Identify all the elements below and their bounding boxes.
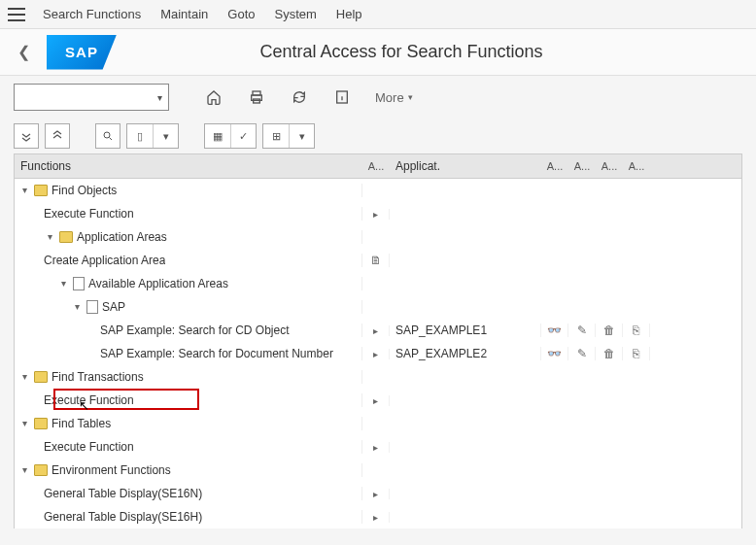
tree-row-sap[interactable]: ▾SAP <box>15 295 741 319</box>
edit-icon[interactable]: ✎ <box>568 347 596 360</box>
tree-row-sap-example-cd[interactable]: SAP Example: Search for CD Object SAP_EX… <box>15 319 741 342</box>
tree-label: Execute Function <box>44 207 134 221</box>
execute-icon[interactable] <box>362 395 390 406</box>
tree-label: Execute Function <box>44 440 134 454</box>
folder-icon <box>34 418 48 429</box>
tree-row-gen-table1[interactable]: General Table Display(SE16N) <box>15 482 741 505</box>
toggle-icon[interactable]: ▾ <box>44 231 55 243</box>
menubar: Search Functions Maintain Goto System He… <box>0 0 756 29</box>
menu-system[interactable]: System <box>275 7 317 21</box>
applicat-cell: SAP_EXAMPLE2 <box>390 347 541 360</box>
execute-icon[interactable] <box>362 209 390 220</box>
delete-icon[interactable]: 🗑 <box>596 324 623 337</box>
menu-search-functions[interactable]: Search Functions <box>43 7 141 21</box>
toggle-icon[interactable]: ▾ <box>18 464 30 476</box>
toggle-icon[interactable]: ▾ <box>57 278 69 290</box>
execute-icon[interactable] <box>362 349 390 359</box>
export-icon[interactable]: ⊞ <box>263 124 289 148</box>
export-dropdown[interactable]: ▾ <box>289 124 314 148</box>
toggle-icon[interactable]: ▾ <box>18 371 30 383</box>
tree-row-find-tables[interactable]: ▾Find Tables <box>15 412 741 435</box>
tree-row-create-app-area[interactable]: Create Application Area 🗎 <box>15 249 741 272</box>
layout-check[interactable]: ✓ <box>230 124 256 148</box>
info-icon[interactable] <box>330 85 354 109</box>
titlebar: ❮ SAP Central Access for Search Function… <box>0 29 756 76</box>
layout-button-group: ▦ ✓ <box>204 123 257 149</box>
doc-icon <box>73 277 85 290</box>
header-col5[interactable]: A... <box>623 160 650 172</box>
header-col3[interactable]: A... <box>568 160 596 172</box>
expand-all-button[interactable] <box>14 123 39 149</box>
tree-label: Environment Functions <box>52 463 171 477</box>
export-button-group: ⊞ ▾ <box>262 123 315 149</box>
copy-icon[interactable]: ⎘ <box>623 347 650 360</box>
hamburger-icon[interactable] <box>8 8 25 21</box>
svg-point-6 <box>104 132 110 138</box>
toggle-icon[interactable]: ▾ <box>71 301 83 313</box>
menu-help[interactable]: Help <box>336 7 362 21</box>
column-icon[interactable]: ▯ <box>127 124 153 148</box>
header-applicat[interactable]: Applicat. <box>390 159 541 173</box>
display-icon[interactable]: 👓 <box>541 324 568 337</box>
tree-label: SAP Example: Search for CD Object <box>100 324 290 337</box>
header-col1[interactable]: A... <box>362 160 390 172</box>
toggle-icon[interactable]: ▾ <box>18 418 30 429</box>
folder-icon <box>34 371 48 383</box>
layout-icon[interactable]: ▦ <box>205 124 230 148</box>
table-header: Functions A... Applicat. A... A... A... … <box>14 153 742 179</box>
tree-row-exec-fn[interactable]: Execute Function <box>15 202 741 225</box>
header-col4[interactable]: A... <box>596 160 623 172</box>
applicat-cell: SAP_EXAMPLE1 <box>390 324 541 337</box>
svg-line-7 <box>110 138 113 141</box>
tree-label: Create Application Area <box>44 254 165 267</box>
tree-row-exec-fn-highlighted[interactable]: ↖ Execute Function <box>15 389 741 412</box>
menu-maintain[interactable]: Maintain <box>160 7 208 21</box>
collapse-all-button[interactable] <box>45 123 70 149</box>
tree-label: Available Application Areas <box>88 277 228 290</box>
toggle-icon[interactable]: ▾ <box>18 185 30 196</box>
tree-row-find-transactions[interactable]: ▾Find Transactions <box>15 365 741 389</box>
folder-icon <box>59 231 73 243</box>
page-title: Central Access for Search Functions <box>124 42 756 62</box>
execute-icon[interactable] <box>362 442 390 453</box>
display-icon[interactable]: 👓 <box>541 347 568 360</box>
table-body: ▾Find Objects Execute Function ▾Applicat… <box>14 179 742 528</box>
tree-row-exec-fn[interactable]: Execute Function <box>15 435 741 459</box>
tree-label: Find Objects <box>52 184 117 197</box>
tree-row-gen-table2[interactable]: General Table Display(SE16H) <box>15 505 741 528</box>
more-label: More <box>375 90 404 105</box>
header-functions[interactable]: Functions <box>15 159 362 173</box>
edit-icon[interactable]: ✎ <box>568 324 596 337</box>
tree-label: Find Tables <box>52 417 111 430</box>
create-icon[interactable]: 🗎 <box>362 254 390 267</box>
tree-row-app-areas[interactable]: ▾Application Areas <box>15 225 741 249</box>
tree-row-avail-app-areas[interactable]: ▾Available Application Areas <box>15 272 741 295</box>
execute-icon[interactable] <box>362 325 390 336</box>
find-button[interactable] <box>95 123 120 149</box>
main-toolbar: ▾ More▾ <box>0 76 756 119</box>
tree-label: Find Transactions <box>52 370 144 384</box>
tree-row-find-objects[interactable]: ▾Find Objects <box>15 179 741 202</box>
chevron-down-icon: ▾ <box>157 92 162 103</box>
refresh-icon[interactable] <box>288 85 311 109</box>
folder-icon <box>34 185 48 196</box>
tree-row-env-functions[interactable]: ▾Environment Functions <box>15 459 741 482</box>
sap-logo: SAP <box>47 35 117 70</box>
tree-label: SAP <box>102 300 125 314</box>
tree-label: General Table Display(SE16N) <box>44 487 202 500</box>
execute-icon[interactable] <box>362 489 390 499</box>
command-field[interactable]: ▾ <box>14 84 169 111</box>
header-col2[interactable]: A... <box>541 160 568 172</box>
copy-icon[interactable]: ⎘ <box>623 324 650 337</box>
execute-icon[interactable] <box>362 512 390 523</box>
tree-row-sap-example-doc[interactable]: SAP Example: Search for Document Number … <box>15 342 741 365</box>
folder-icon <box>34 464 48 476</box>
more-button[interactable]: More▾ <box>375 90 413 105</box>
back-button[interactable]: ❮ <box>0 29 47 76</box>
column-dropdown[interactable]: ▾ <box>153 124 178 148</box>
print-icon[interactable] <box>245 85 268 109</box>
column-button-group: ▯ ▾ <box>126 123 179 149</box>
delete-icon[interactable]: 🗑 <box>596 347 623 360</box>
home-icon[interactable] <box>202 85 225 109</box>
menu-goto[interactable]: Goto <box>227 7 255 21</box>
